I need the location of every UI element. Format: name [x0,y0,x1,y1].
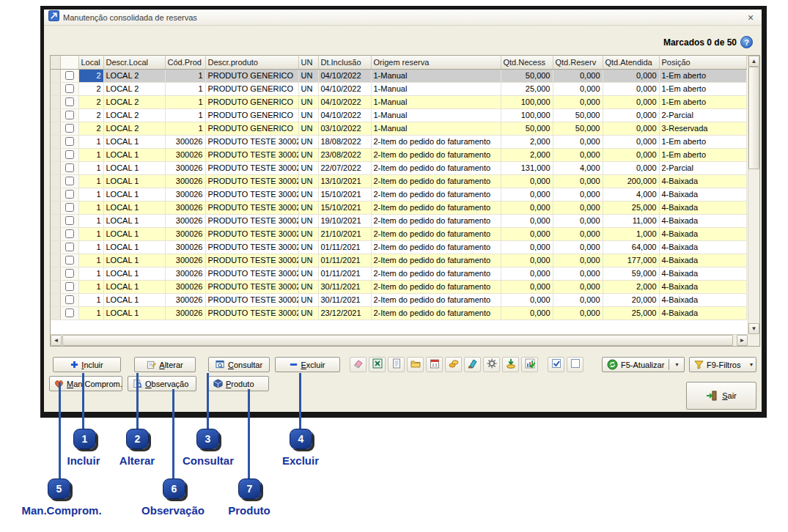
row-checkbox-cell[interactable] [60,214,78,227]
row-checkbox-cell[interactable] [60,254,78,267]
table-row[interactable]: 1LOCAL 1300026PRODUTO TESTE 300026UN01/1… [51,254,746,267]
row-checkbox[interactable] [65,137,74,146]
table-row[interactable]: 1LOCAL 1300026PRODUTO TESTE 300026UN23/0… [51,148,746,161]
document-button[interactable] [388,357,405,372]
row-checkbox[interactable] [65,150,74,159]
check-all-button[interactable] [548,357,564,372]
table-row[interactable]: 1LOCAL 1300026PRODUTO TESTE 300026UN21/1… [51,227,746,240]
table-row[interactable]: 1LOCAL 1300026PRODUTO TESTE 300026UN23/1… [51,306,746,319]
table-row[interactable]: 1LOCAL 1300026PRODUTO TESTE 300026UN22/0… [51,161,746,174]
table-row[interactable]: 2LOCAL 21PRODUTO GENERICOUN04/10/20221-M… [51,69,746,82]
scroll-left-icon[interactable]: ◄ [51,335,62,346]
row-checkbox-cell[interactable] [60,306,78,319]
scroll-right-icon[interactable]: ► [737,335,748,346]
row-checkbox[interactable] [65,111,74,119]
horizontal-scroll-thumb[interactable] [62,335,733,346]
uncheck-all-button[interactable] [567,357,583,372]
row-checkbox-cell[interactable] [60,267,78,280]
table-row[interactable]: 2LOCAL 21PRODUTO GENERICOUN04/10/20221-M… [51,108,746,122]
vertical-scroll-thumb[interactable] [748,67,759,169]
excel-export-button[interactable] [369,357,386,372]
row-checkbox-cell[interactable] [60,161,78,174]
folder-open-button[interactable] [407,357,424,372]
column-header[interactable]: Descr.Local [103,56,165,69]
table-row[interactable]: 2LOCAL 21PRODUTO GENERICOUN04/10/20221-M… [51,82,746,95]
f5-atualizar-button[interactable]: F5-Atualizar ▼ [602,357,685,372]
row-checkbox[interactable] [65,256,74,265]
row-checkbox-cell[interactable] [60,280,78,293]
table-row[interactable]: 1LOCAL 1300026PRODUTO TESTE 300026UN18/0… [51,135,746,148]
money-receive-button[interactable] [502,357,519,372]
table-row[interactable]: 1LOCAL 1300026PRODUTO TESTE 300026UN13/1… [51,174,746,188]
paint-button[interactable] [464,357,481,372]
table-row[interactable]: 2LOCAL 21PRODUTO GENERICOUN04/10/20221-M… [51,95,746,108]
row-checkbox-cell[interactable] [60,240,78,254]
row-checkbox[interactable] [65,295,74,304]
scroll-up-icon[interactable]: ▲ [748,56,759,67]
produto-button[interactable]: Produto [208,376,269,391]
row-checkbox-cell[interactable] [60,227,78,240]
table-row[interactable]: 1LOCAL 1300026PRODUTO TESTE 300026UN30/1… [51,293,746,306]
column-header[interactable]: Origem reserva [371,56,501,69]
row-checkbox-cell[interactable] [60,188,78,201]
row-checkbox-cell[interactable] [60,201,78,214]
row-checkbox-cell[interactable] [60,293,78,306]
row-checkbox[interactable] [65,97,74,106]
row-checkbox-cell[interactable] [60,95,78,108]
row-checkbox[interactable] [65,163,74,172]
row-checkbox[interactable] [65,229,74,238]
row-checkbox-cell[interactable] [60,69,78,82]
row-checkbox[interactable] [65,216,74,225]
man-comprom-button[interactable]: Man.Comprom. [49,376,122,391]
coins-button[interactable] [445,357,462,372]
row-checkbox[interactable] [65,84,74,93]
eraser-button[interactable] [350,357,367,372]
vertical-scrollbar[interactable]: ▲ ▼ [748,56,759,334]
row-checkbox[interactable] [65,190,74,199]
sair-button[interactable]: Sair [686,382,756,410]
chart-check-button[interactable] [521,357,538,372]
row-checkbox-cell[interactable] [60,148,78,161]
column-header[interactable]: Qtd.Atendida [603,56,659,69]
table-row[interactable]: 1LOCAL 1300026PRODUTO TESTE 300026UN30/1… [51,280,746,293]
observacao-button[interactable]: Observação [128,376,196,391]
row-checkbox[interactable] [65,71,74,80]
help-icon[interactable]: ? [740,36,753,48]
table-row[interactable]: 1LOCAL 1300026PRODUTO TESTE 300026UN15/1… [51,188,746,201]
row-checkbox[interactable] [65,269,74,278]
row-checkbox-cell[interactable] [60,108,78,122]
column-header[interactable]: Qtd.Necess [501,56,553,69]
table-row[interactable]: 2LOCAL 21PRODUTO GENERICOUN03/10/20221-M… [51,122,746,135]
row-checkbox-cell[interactable] [60,135,78,148]
table-row[interactable]: 1LOCAL 1300026PRODUTO TESTE 300026UN19/1… [51,214,746,227]
column-header[interactable]: Local [78,56,103,69]
row-checkbox-cell[interactable] [60,122,78,135]
close-button[interactable]: × [744,12,757,23]
row-checkbox[interactable] [65,124,74,133]
column-header[interactable]: Dt.Inclusão [318,56,371,69]
horizontal-scrollbar[interactable]: ◄ ► [51,334,748,346]
table-row[interactable]: 1LOCAL 1300026PRODUTO TESTE 300026UN01/1… [51,240,746,254]
row-checkbox[interactable] [65,282,74,291]
scroll-down-icon[interactable]: ▼ [748,323,759,334]
column-header[interactable]: UN [298,56,318,69]
f9-filtros-button[interactable]: F9-Filtros ▼ [689,357,756,372]
row-checkbox[interactable] [65,177,74,185]
row-checkbox[interactable] [65,309,74,317]
alterar-button[interactable]: Alterar [134,357,196,372]
column-header[interactable]: Descr.produto [205,56,298,69]
row-checkbox-cell[interactable] [60,174,78,188]
table-row[interactable]: 1LOCAL 1300026PRODUTO TESTE 300026UN15/1… [51,201,746,214]
column-header[interactable]: Cód.Prod [165,56,205,69]
column-header[interactable]: Qtd.Reserv [553,56,603,69]
consultar-button[interactable]: Consultar [208,357,270,372]
f5-dropdown-icon[interactable]: ▼ [672,362,680,367]
column-header[interactable]: Posição [659,56,746,69]
row-checkbox[interactable] [65,243,74,251]
row-checkbox-cell[interactable] [60,82,78,95]
excluir-button[interactable]: Excluir [275,357,340,372]
incluir-button[interactable]: Incluir [53,357,121,372]
calendar-button[interactable] [426,357,443,372]
table-row[interactable]: 1LOCAL 1300026PRODUTO TESTE 300026UN01/1… [51,267,746,280]
row-checkbox[interactable] [65,203,74,212]
